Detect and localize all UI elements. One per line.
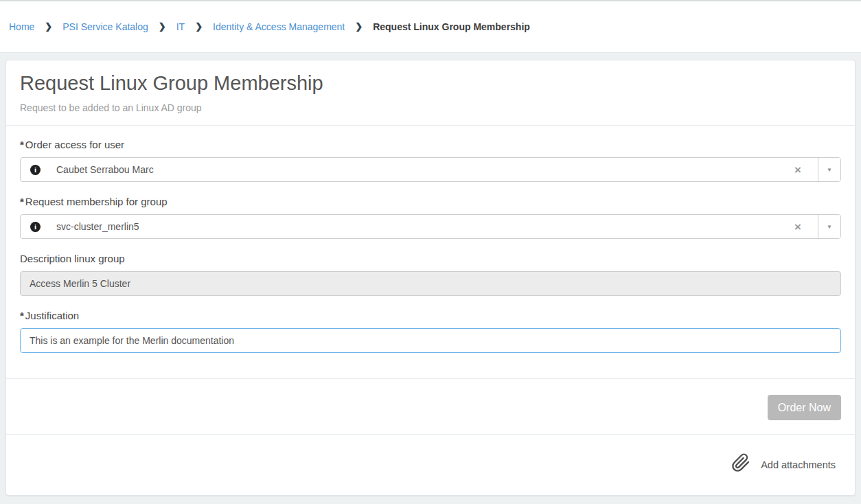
field-request-membership-for-group: *Request membership for group i svc-clus… <box>20 196 841 239</box>
breadcrumb-psi-service-katalog[interactable]: PSI Service Katalog <box>62 21 148 32</box>
group-select-dropdown-toggle[interactable]: ▼ <box>818 215 840 238</box>
user-select-value-area[interactable]: i Caubet Serrabou Marc × <box>21 158 818 181</box>
breadcrumb-home[interactable]: Home <box>9 21 34 32</box>
page-subtitle: Request to be added to an Linux AD group <box>20 102 841 113</box>
field-label-text: Description linux group <box>20 253 125 264</box>
user-select: i Caubet Serrabou Marc × ▼ <box>20 157 841 182</box>
user-select-dropdown-toggle[interactable]: ▼ <box>818 158 840 181</box>
add-attachments-label: Add attachments <box>761 459 836 472</box>
group-select: i svc-cluster_merlin5 × ▼ <box>20 214 841 239</box>
info-icon[interactable]: i <box>30 165 41 175</box>
group-select-value-area[interactable]: i svc-cluster_merlin5 × <box>21 215 818 238</box>
clear-icon[interactable]: × <box>788 164 808 176</box>
selected-group-value: svc-cluster_merlin5 <box>56 221 788 232</box>
field-label-text: Justification <box>25 310 79 321</box>
breadcrumb-it[interactable]: IT <box>176 21 185 32</box>
field-justification: *Justification <box>20 310 841 353</box>
justification-label: *Justification <box>20 310 841 322</box>
card-header: Request Linux Group Membership Request t… <box>6 60 855 126</box>
order-access-for-user-label: *Order access for user <box>20 139 841 151</box>
field-label-text: Order access for user <box>25 139 124 150</box>
chevron-down-icon: ▼ <box>827 224 832 230</box>
description-linux-group-label: Description linux group <box>20 253 841 265</box>
attachments-section: Add attachments <box>6 435 855 495</box>
chevron-right-icon: ❯ <box>195 21 203 32</box>
required-marker: * <box>20 196 24 207</box>
required-marker: * <box>20 310 24 321</box>
clear-icon[interactable]: × <box>788 221 808 233</box>
chevron-right-icon: ❯ <box>45 21 52 32</box>
field-description-linux-group: Description linux group <box>20 253 841 296</box>
request-membership-for-group-label: *Request membership for group <box>20 196 841 208</box>
selected-user-value: Caubet Serrabou Marc <box>56 164 788 175</box>
breadcrumb-identity-access-management[interactable]: Identity & Access Management <box>213 21 345 32</box>
field-order-access-for-user: *Order access for user i Caubet Serrabou… <box>20 139 841 182</box>
form-section: *Order access for user i Caubet Serrabou… <box>6 126 855 379</box>
order-now-button[interactable]: Order Now <box>768 395 841 420</box>
chevron-right-icon: ❯ <box>355 21 363 32</box>
info-icon[interactable]: i <box>30 222 41 232</box>
description-linux-group-input <box>20 271 841 296</box>
actions-section: Order Now <box>6 379 855 435</box>
page-title: Request Linux Group Membership <box>20 71 841 95</box>
request-form-card: Request Linux Group Membership Request t… <box>5 60 856 496</box>
required-marker: * <box>20 139 24 150</box>
paperclip-icon <box>731 453 750 472</box>
chevron-right-icon: ❯ <box>159 21 166 32</box>
breadcrumb: Home ❯ PSI Service Katalog ❯ IT ❯ Identi… <box>0 0 861 53</box>
breadcrumb-current-page: Request Linux Group Membership <box>373 21 530 32</box>
field-label-text: Request membership for group <box>25 196 168 207</box>
chevron-down-icon: ▼ <box>827 167 832 173</box>
add-attachments-button[interactable]: Add attachments <box>731 453 836 472</box>
justification-input[interactable] <box>20 328 841 353</box>
